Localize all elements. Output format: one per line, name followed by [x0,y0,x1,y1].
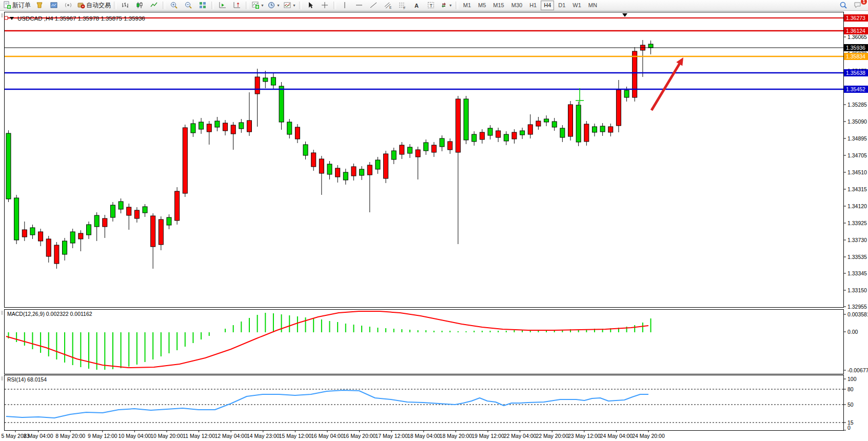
line-anchor-handle[interactable] [5,16,8,19]
candle[interactable] [119,202,123,209]
candle[interactable] [544,119,549,122]
candle[interactable] [54,245,59,264]
candle[interactable] [199,122,204,129]
candle[interactable] [38,232,43,241]
panel-grip[interactable] [2,376,3,380]
auto-scroll-button[interactable] [215,0,230,11]
candle[interactable] [215,121,220,127]
market-watch-button[interactable] [47,0,61,11]
candle[interactable] [319,159,324,173]
text-button[interactable]: A [409,0,424,11]
candle[interactable] [110,205,115,217]
candle[interactable] [576,105,581,142]
search-button[interactable] [836,0,851,11]
candle[interactable] [183,128,187,193]
candle[interactable] [151,216,155,247]
candle[interactable] [255,77,260,94]
candle[interactable] [94,215,99,227]
candle[interactable] [472,134,477,142]
autotrade-button[interactable]: 自动交易 [75,0,112,11]
candle[interactable] [70,232,75,243]
candle[interactable] [336,168,340,177]
candle[interactable] [391,151,396,159]
new-order-button[interactable]: 新订单 [2,0,32,11]
timeframe-h4-button[interactable]: H4 [541,1,554,10]
candle[interactable] [648,44,653,48]
candle[interactable] [167,217,171,225]
candle[interactable] [46,239,51,256]
timeframe-m15-button[interactable]: M15 [490,1,507,10]
zoom-in-button[interactable] [167,0,181,11]
candle[interactable] [311,153,316,167]
candle[interactable] [496,131,501,137]
arrows-button[interactable]: ▼ [438,0,454,11]
text-label-button[interactable]: T [424,0,438,11]
vertical-line-button[interactable] [338,0,352,11]
candle[interactable] [191,124,195,133]
candle[interactable] [600,126,605,132]
candle[interactable] [303,145,308,155]
candle[interactable] [343,172,348,180]
candle[interactable] [384,154,388,178]
candle[interactable] [30,228,35,235]
timeframe-m5-button[interactable]: M5 [475,1,489,10]
signals-button[interactable] [61,0,75,11]
chevron-down-icon[interactable]: ▼ [261,4,264,7]
line-chart-button[interactable] [147,0,161,11]
candle[interactable] [624,90,629,97]
candle[interactable] [592,127,597,132]
candle[interactable] [207,124,211,132]
indicators-button[interactable]: ▼ [250,0,266,11]
templates-button[interactable]: ▼ [282,0,298,11]
fibonacci-button[interactable]: F [395,0,409,11]
candle[interactable] [408,147,412,153]
candle[interactable] [520,131,525,135]
chevron-down-icon[interactable]: ▼ [292,4,296,7]
candlestick-chart-button[interactable] [132,0,147,11]
candle[interactable] [488,128,492,135]
candle[interactable] [568,105,573,136]
candle[interactable] [360,169,364,175]
candle[interactable] [464,99,468,140]
timeframe-m30-button[interactable]: M30 [508,1,525,10]
candle[interactable] [440,138,444,147]
candle[interactable] [536,121,541,126]
timeframe-d1-button[interactable]: D1 [555,1,568,10]
chart-shift-button[interactable] [230,0,244,11]
chevron-down-icon[interactable]: ▼ [449,4,452,7]
equidistant-channel-button[interactable]: E [381,0,395,11]
candle[interactable] [616,90,621,126]
candle[interactable] [239,123,244,129]
tile-windows-button[interactable] [195,0,210,11]
candle[interactable] [448,142,452,150]
candle[interactable] [287,122,292,134]
candle[interactable] [351,167,356,176]
candle[interactable] [552,122,557,127]
candle[interactable] [223,123,228,131]
candle[interactable] [560,128,565,137]
candle[interactable] [416,150,420,157]
candle[interactable] [127,207,131,215]
candle[interactable] [512,132,517,139]
candle[interactable] [279,86,284,122]
candle[interactable] [480,132,484,139]
cursor-button[interactable] [303,0,318,11]
candle[interactable] [78,233,83,239]
candle[interactable] [431,145,436,152]
chat-button[interactable]: 1 [851,0,865,11]
candle[interactable] [376,160,380,169]
macd-panel[interactable] [5,310,844,374]
panel-grip[interactable] [2,311,3,315]
candle[interactable] [456,99,460,152]
candle[interactable] [134,210,139,218]
candle[interactable] [263,78,268,82]
candle[interactable] [424,143,428,151]
candle[interactable] [584,124,589,142]
panel-grip[interactable] [2,13,3,17]
periods-button[interactable]: ▼ [266,0,282,11]
candle[interactable] [247,121,252,132]
candle[interactable] [159,219,163,245]
candle[interactable] [175,191,180,221]
crosshair-button[interactable] [318,0,332,11]
chevron-down-icon[interactable]: ▼ [277,4,280,7]
